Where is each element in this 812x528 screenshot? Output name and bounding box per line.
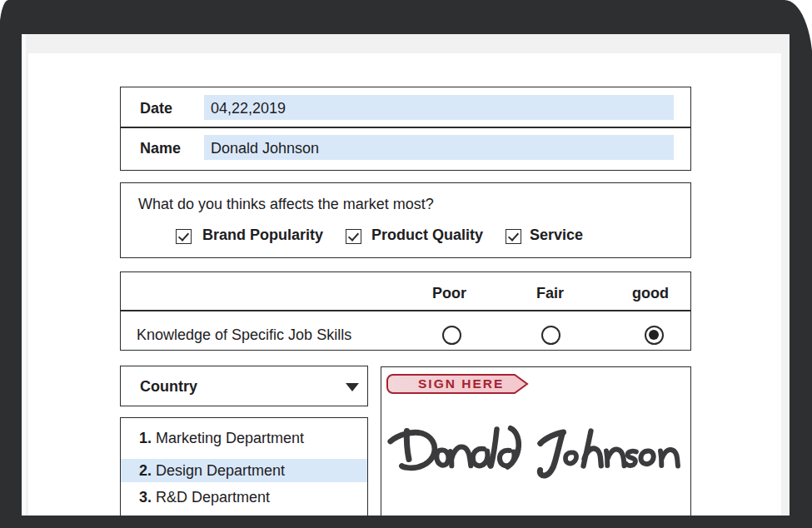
svg-text:SIGN HERE: SIGN HERE <box>418 376 504 391</box>
